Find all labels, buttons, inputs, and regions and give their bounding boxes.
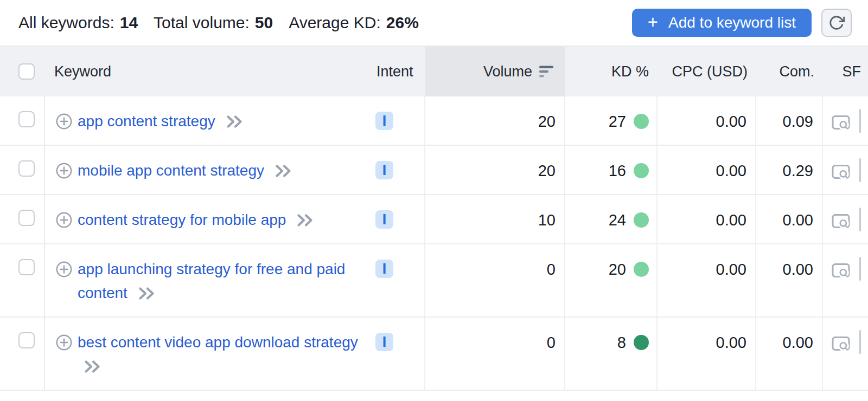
keyword-link[interactable]: mobile app content strategy: [78, 159, 292, 183]
row-select-cell: [0, 195, 45, 243]
column-header-com[interactable]: Com.: [756, 47, 823, 96]
competition-value: 0.09: [756, 96, 823, 145]
kd-difficulty-dot: [634, 163, 649, 178]
add-keyword-plus-icon[interactable]: [56, 113, 72, 130]
stat-total-volume: Total volume: 50: [154, 14, 273, 32]
intent-letter: I: [382, 335, 387, 350]
select-all-cell: [0, 47, 45, 96]
add-to-keyword-list-button[interactable]: + Add to keyword list: [632, 9, 812, 37]
column-edge-bar: [859, 330, 861, 354]
kd-cell: 16: [565, 146, 658, 194]
keyword-magic-tool-results: All keywords: 14 Total volume: 50 Averag…: [0, 0, 868, 401]
add-keyword-plus-icon[interactable]: [56, 212, 72, 228]
keyword-text: app content strategy: [78, 113, 215, 130]
stat-label: Average KD:: [289, 14, 381, 32]
keyword-link[interactable]: content strategy for mobile app: [78, 208, 314, 232]
intent-badge-informational[interactable]: I: [375, 260, 393, 278]
expand-keyword-chevrons-icon[interactable]: [138, 286, 155, 301]
keyword-cell: app content strategy: [45, 96, 374, 145]
intent-cell: I: [374, 195, 425, 243]
stat-value: 14: [120, 14, 138, 32]
sf-cell: [823, 146, 868, 194]
keyword-cell: mobile app content strategy: [45, 146, 374, 194]
row-checkbox[interactable]: [18, 111, 35, 127]
kd-cell: 27: [565, 96, 658, 145]
row-select-cell: [0, 146, 45, 194]
keyword-link[interactable]: app content strategy: [78, 109, 243, 133]
intent-badge-informational[interactable]: I: [375, 161, 393, 179]
add-keyword-plus-icon[interactable]: [56, 163, 72, 179]
keyword-cell: app launching strategy for free and paid…: [45, 244, 374, 316]
keyword-link[interactable]: best content video app download strategy: [78, 331, 366, 378]
refresh-icon: [828, 15, 845, 31]
select-all-checkbox[interactable]: [18, 63, 35, 80]
serp-preview-icon[interactable]: [832, 214, 850, 229]
refresh-button[interactable]: [821, 9, 852, 37]
serp-preview-icon[interactable]: [832, 164, 850, 179]
competition-value: 0.00: [756, 195, 823, 243]
row-checkbox[interactable]: [18, 259, 35, 275]
expand-keyword-chevrons-icon[interactable]: [275, 164, 292, 178]
intent-letter: I: [382, 262, 387, 276]
column-header-keyword: Keyword: [45, 47, 374, 96]
intent-badge-informational[interactable]: I: [375, 112, 393, 130]
row-select-cell: [0, 318, 45, 390]
volume-value: 10: [425, 195, 565, 243]
row-checkbox[interactable]: [18, 332, 35, 348]
table-row: best content video app download strategy…: [0, 318, 868, 391]
row-select-cell: [0, 96, 45, 145]
keyword-text: content strategy for mobile app: [78, 211, 286, 228]
column-edge-bar: [859, 109, 861, 133]
row-checkbox[interactable]: [18, 160, 35, 177]
expand-keyword-chevrons-icon[interactable]: [296, 213, 314, 228]
column-edge-bar: [859, 208, 861, 231]
plus-icon: +: [648, 13, 658, 31]
kd-cell: 24: [565, 195, 658, 243]
add-keyword-plus-icon[interactable]: [56, 334, 72, 351]
table-header-row: Keyword Intent Volume KD % CPC (USD) Com…: [0, 47, 868, 96]
row-checkbox[interactable]: [18, 210, 35, 226]
column-header-kd[interactable]: KD %: [565, 47, 658, 96]
sf-cell: [823, 195, 868, 243]
column-header-sf: SF: [823, 47, 868, 96]
stats-bar: All keywords: 14 Total volume: 50 Averag…: [18, 14, 419, 32]
kd-value: 24: [609, 211, 626, 229]
keyword-link[interactable]: app launching strategy for free and paid…: [78, 257, 366, 305]
competition-value: 0.29: [756, 146, 823, 194]
serp-preview-icon[interactable]: [832, 336, 850, 351]
expand-keyword-chevrons-icon[interactable]: [84, 359, 101, 374]
column-header-label: Keyword: [54, 63, 111, 80]
column-header-label: Volume: [483, 63, 532, 80]
column-header-intent: Intent: [374, 47, 425, 96]
expand-keyword-chevrons-icon[interactable]: [226, 114, 243, 129]
kd-cell: 20: [565, 244, 658, 316]
intent-cell: I: [374, 96, 425, 145]
volume-value: 0: [425, 244, 565, 316]
add-keyword-plus-icon[interactable]: [56, 261, 72, 277]
summary-toolbar: All keywords: 14 Total volume: 50 Averag…: [0, 0, 868, 47]
table-row: content strategy for mobile app I 10 24 …: [0, 195, 868, 244]
column-header-cpc[interactable]: CPC (USD): [658, 47, 756, 96]
sort-descending-icon: [539, 66, 554, 77]
column-header-label: CPC (USD): [672, 63, 748, 80]
column-edge-bar: [859, 158, 861, 182]
keyword-cell: content strategy for mobile app: [45, 195, 374, 243]
stat-label: Total volume:: [154, 14, 250, 32]
column-edge-bar: [859, 257, 861, 281]
cpc-value: 0.00: [658, 318, 756, 390]
kd-value: 27: [609, 113, 626, 131]
column-header-label: KD %: [611, 63, 649, 80]
stat-all-keywords: All keywords: 14: [18, 14, 138, 32]
intent-badge-informational[interactable]: I: [375, 333, 393, 351]
table-body: app content strategy I 20 27 0.00 0.09: [0, 96, 868, 391]
serp-preview-icon[interactable]: [832, 115, 850, 130]
column-header-label: SF: [842, 63, 861, 80]
volume-value: 20: [425, 96, 565, 145]
intent-badge-informational[interactable]: I: [375, 210, 393, 229]
serp-preview-icon[interactable]: [832, 263, 850, 278]
column-header-volume-sorted[interactable]: Volume: [425, 47, 565, 96]
toolbar-actions: + Add to keyword list: [632, 9, 852, 37]
table-row: app launching strategy for free and paid…: [0, 244, 868, 318]
intent-letter: I: [382, 114, 387, 128]
kd-value: 20: [609, 261, 626, 279]
